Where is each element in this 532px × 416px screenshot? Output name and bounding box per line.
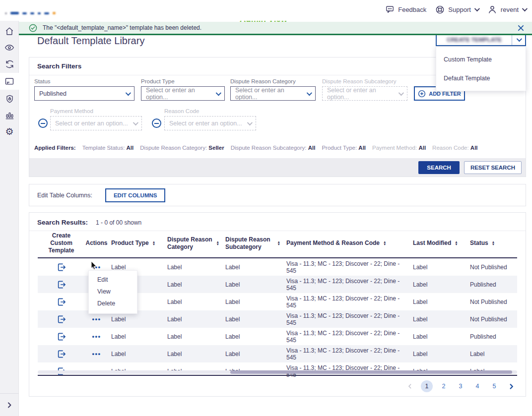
ellipsis-icon[interactable]: ••• [92,315,101,323]
ellipsis-icon[interactable]: ••• [92,263,101,271]
cell-subcategory: Label [222,333,283,340]
sort-icon[interactable]: ▲▼ [216,241,219,245]
status-select[interactable]: Published [34,86,134,101]
sort-icon[interactable]: ▲▼ [152,241,155,245]
export-icon[interactable] [57,314,66,324]
ellipsis-icon[interactable]: ••• [92,333,101,340]
create-template-menu: Custom Template Default Template [436,47,526,91]
cell-last-modified: Label [410,316,467,323]
table-header-row: Create Custom Template Actions Product T… [38,231,517,258]
row-actions-menu: Edit View Delete [88,270,137,314]
cell-status: Not Published [467,298,517,305]
dispute-reason-category-placeholder: Select or enter an option... [235,87,307,101]
applied-filter: Product Type: All [322,145,366,151]
column-payment-method-reason-code: Payment Method & Reason Code▲▼ [283,238,410,250]
sort-icon[interactable]: ▲▼ [383,241,386,245]
table-row[interactable]: ••• Label Label Label Visa - 11.3; MC - … [38,345,517,362]
cell-payment: Visa - 11.3; MC - 123; Discover - 22; Di… [283,347,410,361]
card-icon[interactable] [0,73,19,90]
remove-payment-method-filter-button[interactable] [38,119,48,128]
reset-search-button[interactable]: RESET SEARCH [464,161,522,174]
cell-status: Published [467,281,517,288]
page-button-3[interactable]: 3 [455,380,466,392]
pagination: 1 2 3 4 5 [404,380,517,392]
cell-category: Label [164,333,222,340]
next-page-icon[interactable] [505,380,517,392]
shield-lock-icon[interactable] [0,91,19,106]
sidebar: ⚙ [0,21,19,416]
menu-item-default-template[interactable]: Default Template [436,69,526,88]
applied-filter: Dispute Reason Category: Seller [140,145,224,151]
menu-item-delete[interactable]: Delete [89,298,137,310]
sort-icon[interactable]: ▲▼ [455,241,458,245]
search-button[interactable]: SEARCH [418,161,460,174]
export-icon[interactable] [57,332,66,342]
cell-last-modified: Label [410,281,467,288]
cell-category: Label [164,264,222,271]
payment-method-select: Select or enter an option... [50,116,142,130]
feedback-button[interactable]: Feedback [385,5,426,14]
sort-icon[interactable]: ▲▼ [277,241,280,245]
payment-method-placeholder: Select or enter an option... [55,120,128,127]
page-button-5[interactable]: 5 [488,380,500,392]
export-icon[interactable] [57,297,66,307]
ellipsis-icon[interactable]: ••• [92,350,101,357]
column-status: Status▲▼ [467,238,517,250]
export-icon[interactable] [57,262,66,272]
sort-icon[interactable]: ▲▼ [492,241,495,245]
menu-item-view[interactable]: View [89,286,137,298]
cell-category: Label [164,351,222,357]
cell-last-modified: Label [410,351,467,357]
logo-mark [22,12,27,14]
payment-method-label: Payment Method [50,108,142,114]
cell-status: Not Published [467,264,517,271]
product-type-label: Product Type [141,78,225,84]
edit-table-columns-label: Edit Table Columns: [37,192,92,199]
remove-reason-code-filter-button[interactable] [152,119,161,128]
sync-icon[interactable] [0,57,19,71]
add-icon [418,90,426,98]
dispute-reason-category-select[interactable]: Select or enter an option... [230,86,316,101]
check-circle-icon [29,24,37,32]
user-menu[interactable]: revent [487,4,526,14]
status-value: Published [39,90,66,97]
export-icon[interactable] [57,280,66,290]
add-filter-label: ADD FILTER [429,91,461,97]
column-dispute-reason-category: Dispute Reason Category▲▼ [164,235,222,254]
chevron-down-icon[interactable] [512,34,525,45]
bar-chart-icon[interactable] [0,108,19,122]
chevron-down-icon [307,90,312,95]
scrollbar-thumb[interactable] [230,370,512,374]
user-icon [487,4,497,14]
horizontal-scrollbar[interactable] [38,370,517,374]
home-icon[interactable] [0,24,19,39]
expand-sidebar-icon[interactable] [0,393,19,416]
close-icon[interactable] [518,25,524,31]
page-button-2[interactable]: 2 [438,380,450,392]
export-icon[interactable] [57,349,66,359]
cell-product-type: Label [108,351,164,357]
feedback-icon [385,5,395,14]
menu-item-edit[interactable]: Edit [89,274,137,286]
edit-columns-card: Edit Table Columns: EDIT COLUMNS [29,184,526,206]
dispute-reason-category-label: Dispute Reason Category [230,78,316,84]
support-icon [435,5,445,14]
logo-mark [5,12,7,14]
menu-item-custom-template[interactable]: Custom Template [436,50,526,69]
chevron-down-icon [126,90,131,95]
status-label: Status [34,78,134,84]
eye-icon[interactable] [0,40,19,55]
table-row[interactable]: ••• Label Label Label Visa - 11.3; MC - … [38,328,517,345]
page-button-4[interactable]: 4 [471,380,483,392]
support-menu[interactable]: Support [435,5,478,14]
logo-mark [30,12,34,14]
chevron-down-icon [474,6,480,11]
gear-icon[interactable]: ⚙ [0,124,19,139]
edit-columns-button[interactable]: EDIT COLUMNS [105,188,166,202]
product-type-select[interactable]: Select or enter an option... [141,86,225,101]
column-last-modified: Last Modified▲▼ [410,238,467,250]
page-button-1[interactable]: 1 [421,380,433,392]
reason-code-placeholder: Select or enter an option... [169,120,242,127]
search-results-title: Search Results: [37,219,88,226]
column-create-custom-template: Create Custom Template [38,231,85,257]
